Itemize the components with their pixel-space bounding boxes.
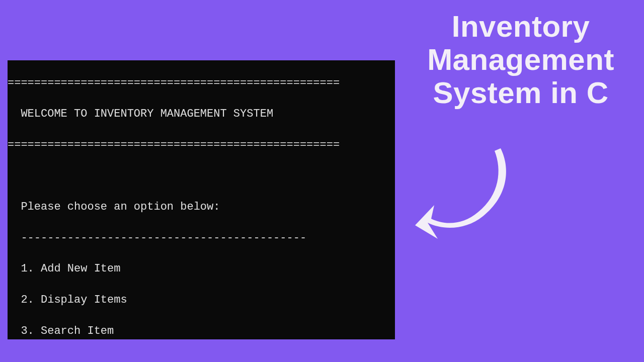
title-line-2: Management <box>413 43 629 76</box>
prompt-intro: Please choose an option below: <box>8 200 395 215</box>
app-title: WELCOME TO INVENTORY MANAGEMENT SYSTEM <box>8 107 395 122</box>
menu-item-add[interactable]: 1. Add New Item <box>8 261 395 277</box>
title-line-1: Inventory <box>413 10 629 43</box>
separator-top: ========================================… <box>8 76 395 92</box>
separator-bottom: ========================================… <box>8 138 395 153</box>
title-line-3: System in C <box>413 76 629 110</box>
menu-separator-top: ----------------------------------------… <box>8 231 395 246</box>
menu-item-display[interactable]: 2. Display Items <box>8 293 395 308</box>
menu-item-search[interactable]: 3. Search Item <box>8 324 395 339</box>
page-title: Inventory Management System in C <box>413 10 629 110</box>
terminal-output: ========================================… <box>8 60 395 339</box>
terminal-window: ========================================… <box>8 60 395 339</box>
arrow-icon <box>410 141 526 241</box>
